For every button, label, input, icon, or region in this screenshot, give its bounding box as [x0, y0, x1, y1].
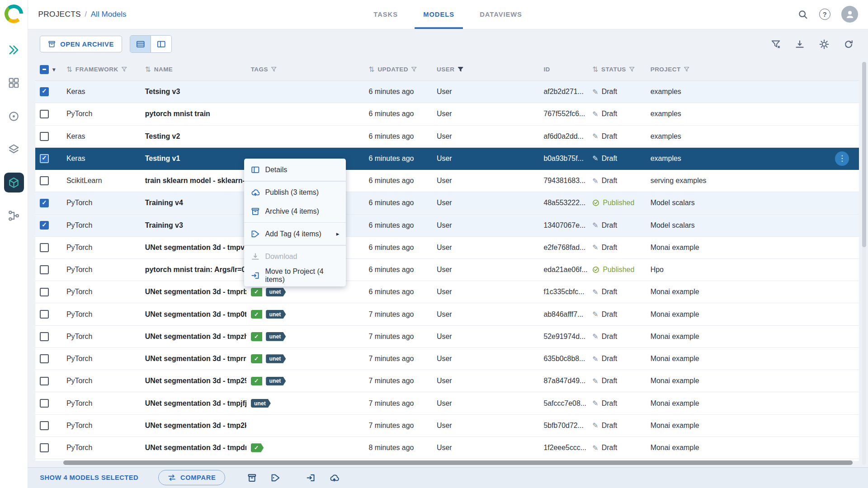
- settings-gear-icon[interactable]: [819, 39, 829, 49]
- table-row[interactable]: Keras Testing v1 6 minutes ago User b0a9…: [35, 148, 859, 170]
- datasets-layers-icon[interactable]: [4, 140, 24, 160]
- table-row[interactable]: PyTorch pytorch mnist train 6 minutes ag…: [35, 103, 859, 125]
- model-name[interactable]: Testing v2: [141, 132, 246, 141]
- help-icon[interactable]: ?: [819, 9, 830, 20]
- col-project[interactable]: PROJECT: [646, 66, 859, 73]
- horizontal-scrollbar[interactable]: [63, 460, 853, 465]
- table-view-button[interactable]: [130, 36, 151, 52]
- archive-selected-icon[interactable]: [247, 473, 257, 483]
- row-checkbox[interactable]: [40, 243, 49, 252]
- filter-funnel-icon[interactable]: [411, 66, 417, 72]
- projects-icon[interactable]: [4, 106, 24, 126]
- filter-funnel-icon[interactable]: [629, 66, 635, 72]
- filter-funnel-active-icon[interactable]: [458, 66, 463, 72]
- vertical-scrollbar-thumb[interactable]: [862, 62, 867, 247]
- table-row[interactable]: PyTorch Training v3 6 minutes ago User 1…: [35, 215, 859, 237]
- row-checkbox[interactable]: [40, 87, 49, 96]
- download-table-icon[interactable]: [795, 39, 805, 49]
- menu-item-details[interactable]: Details: [244, 160, 346, 179]
- filter-funnel-icon[interactable]: [684, 66, 689, 72]
- sort-icon[interactable]: ⇅: [66, 65, 73, 74]
- dashboard-grid-icon[interactable]: [4, 73, 24, 93]
- select-all-checkbox[interactable]: [40, 65, 49, 74]
- model-name[interactable]: UNet segmentation 3d - tmprrae...: [141, 355, 246, 363]
- col-status[interactable]: ⇅ STATUS: [588, 65, 646, 74]
- row-checkbox[interactable]: [40, 288, 49, 297]
- breadcrumb-current[interactable]: All Models: [91, 9, 127, 19]
- sort-icon[interactable]: ⇅: [145, 65, 151, 74]
- row-checkbox[interactable]: [40, 377, 49, 386]
- model-name[interactable]: pytorch mnist train: [141, 110, 246, 118]
- menu-item-download[interactable]: Download: [244, 247, 346, 266]
- col-name[interactable]: ⇅ NAME: [141, 65, 246, 74]
- col-framework[interactable]: ⇅ FRAMEWORK: [62, 65, 141, 74]
- table-row[interactable]: Keras Testing v2 6 minutes ago User af6d…: [35, 126, 859, 148]
- row-checkbox[interactable]: [40, 354, 49, 363]
- row-checkbox[interactable]: [40, 421, 49, 430]
- move-selected-icon[interactable]: [306, 473, 316, 483]
- pipelines-icon[interactable]: [4, 206, 24, 225]
- model-name[interactable]: UNet segmentation 3d - tmp29rf...: [141, 377, 246, 385]
- row-checkbox[interactable]: [40, 310, 49, 319]
- models-cube-icon[interactable]: [4, 173, 24, 192]
- row-checkbox[interactable]: [40, 332, 49, 341]
- tab-dataviews[interactable]: DATAVIEWS: [471, 0, 531, 29]
- model-name[interactable]: UNet segmentation 3d - tmpdm4...: [141, 444, 246, 452]
- model-name[interactable]: UNet segmentation 3d - tmpjfjpv...: [141, 399, 246, 408]
- split-view-button[interactable]: [151, 36, 171, 52]
- table-row[interactable]: PyTorch UNet segmentation 3d - tmp0tu...…: [35, 303, 859, 325]
- table-row[interactable]: PyTorch UNet segmentation 3d - tmpjfjpv.…: [35, 392, 859, 414]
- filter-funnel-icon[interactable]: [121, 66, 127, 72]
- row-checkbox[interactable]: [40, 265, 49, 274]
- row-checkbox[interactable]: [40, 110, 49, 119]
- col-user[interactable]: USER: [432, 66, 539, 73]
- table-row[interactable]: PyTorch UNet segmentation 3d - tmpvjhyl.…: [35, 237, 859, 259]
- model-name[interactable]: train sklearn model - sklearn-mo...: [141, 177, 246, 185]
- model-name[interactable]: UNet segmentation 3d - tmp0tu...: [141, 310, 246, 319]
- table-row[interactable]: PyTorch UNet segmentation 3d - tmpzh0...…: [35, 326, 859, 348]
- model-name[interactable]: UNet segmentation 3d - tmpvjhyl...: [141, 244, 246, 252]
- getting-started-icon[interactable]: [4, 40, 24, 60]
- user-avatar[interactable]: [841, 6, 858, 23]
- sort-icon[interactable]: ⇅: [368, 65, 375, 74]
- row-checkbox[interactable]: [40, 132, 49, 141]
- row-checkbox[interactable]: [40, 399, 49, 408]
- model-name[interactable]: pytorch mnist train: Args/lr=0.01: [141, 266, 246, 274]
- table-row[interactable]: PyTorch UNet segmentation 3d - tmprrae..…: [35, 348, 859, 370]
- row-checkbox[interactable]: [40, 221, 49, 230]
- select-dropdown-caret-icon[interactable]: ▾: [52, 66, 56, 73]
- menu-item-add-tag[interactable]: Add Tag (4 items) ▸: [244, 225, 346, 244]
- model-name[interactable]: UNet segmentation 3d - tmpzh0...: [141, 333, 246, 341]
- row-checkbox[interactable]: [40, 176, 49, 185]
- table-row[interactable]: ScikitLearn train sklearn model - sklear…: [35, 170, 859, 192]
- clear-filters-icon[interactable]: [771, 39, 781, 49]
- table-row[interactable]: PyTorch pytorch mnist train: Args/lr=0.0…: [35, 259, 859, 281]
- model-name[interactable]: Training v3: [141, 221, 246, 230]
- table-row[interactable]: PyTorch UNet segmentation 3d - tmprb9d..…: [35, 281, 859, 303]
- col-updated[interactable]: ⇅ UPDATED: [364, 65, 433, 74]
- model-name[interactable]: UNet segmentation 3d - tmprb9d...: [141, 288, 246, 296]
- clearml-logo-icon[interactable]: [5, 5, 24, 23]
- row-checkbox[interactable]: [40, 154, 49, 163]
- row-menu-button[interactable]: ⋮: [835, 151, 849, 166]
- table-row[interactable]: PyTorch UNet segmentation 3d - tmp2kr0..…: [35, 415, 859, 437]
- add-tag-selected-icon[interactable]: [271, 473, 280, 483]
- col-tags[interactable]: TAGS: [246, 66, 364, 73]
- auto-refresh-icon[interactable]: [844, 39, 854, 49]
- model-name[interactable]: Training v4: [141, 199, 246, 207]
- compare-button[interactable]: COMPARE: [158, 470, 225, 485]
- open-archive-button[interactable]: OPEN ARCHIVE: [40, 36, 122, 52]
- vertical-scrollbar[interactable]: [862, 62, 867, 465]
- select-all-header[interactable]: ▾: [35, 65, 62, 74]
- model-name[interactable]: UNet segmentation 3d - tmp2kr0...: [141, 422, 246, 430]
- table-row[interactable]: Keras Tetsing v3 6 minutes ago User af2b…: [35, 81, 859, 103]
- sort-icon[interactable]: ⇅: [592, 65, 599, 74]
- row-checkbox[interactable]: [40, 443, 49, 452]
- selection-summary[interactable]: SHOW 4 MODELS SELECTED: [40, 474, 138, 481]
- breadcrumb-root[interactable]: PROJECTS: [38, 9, 80, 19]
- table-row[interactable]: PyTorch Training v4 6 minutes ago User 4…: [35, 192, 859, 214]
- menu-item-publish[interactable]: Publish (3 items): [244, 183, 346, 202]
- table-row[interactable]: PyTorch UNet segmentation 3d - tmpdm4...…: [35, 437, 859, 459]
- menu-item-archive[interactable]: Archive (4 items): [244, 202, 346, 221]
- search-icon[interactable]: [798, 9, 808, 19]
